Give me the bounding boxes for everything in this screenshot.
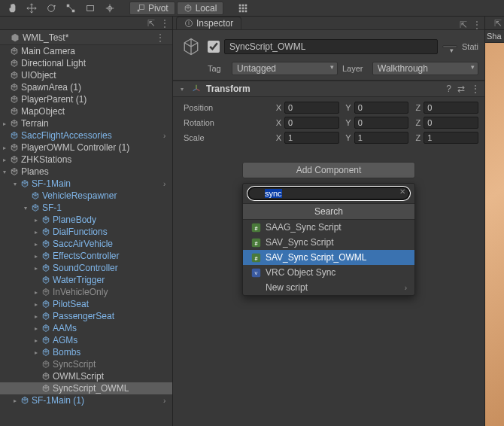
hierarchy-item[interactable]: OWMLScript [0, 370, 172, 382]
gameobject-icon[interactable] [179, 35, 203, 59]
transform-z-input[interactable] [424, 102, 478, 114]
hierarchy-item[interactable]: SaccFlightAccessories› [0, 129, 172, 141]
hierarchy-item[interactable]: SyncScript [0, 358, 172, 370]
right-dock-tab[interactable]: Sha [485, 30, 504, 43]
transform-x-input[interactable] [284, 132, 339, 144]
transform-x-input[interactable] [284, 102, 339, 114]
transform-tool-icon[interactable] [101, 2, 119, 15]
snap-tool-icon[interactable] [234, 2, 252, 15]
gameobject-active-checkbox[interactable] [208, 41, 220, 53]
hierarchy-item[interactable]: Directional Light [0, 57, 172, 69]
prefab-override-icon[interactable]: › [163, 132, 172, 140]
svg-point-0 [48, 5, 55, 11]
transform-z-input[interactable] [424, 132, 478, 144]
expand-arrow-icon[interactable]: ▸ [0, 143, 9, 152]
hierarchy-item[interactable]: ▸PlayerOWML Controller (1) [0, 141, 172, 154]
hierarchy-item[interactable]: ▸EffectsController [0, 250, 172, 262]
transform-foldout-icon[interactable]: ▾ [178, 84, 187, 93]
expand-arrow-icon[interactable]: ▸ [32, 288, 41, 297]
hierarchy-item[interactable]: ▸AGMs [0, 334, 172, 346]
rotate-tool-icon[interactable] [42, 2, 60, 15]
hierarchy-item[interactable]: Main Camera [0, 45, 172, 57]
hierarchy-item[interactable]: MapObject [0, 105, 172, 117]
hierarchy-item[interactable]: ▸ZHKStations [0, 154, 172, 166]
transform-row: PositionXYZ [179, 100, 478, 115]
transform-preset-icon[interactable]: ⇄ [457, 84, 465, 94]
expand-arrow-icon[interactable]: ▸ [0, 119, 9, 128]
hierarchy-item[interactable]: ▸DialFunctions [0, 226, 172, 238]
gameobject-icon-dropdown[interactable] [442, 45, 457, 48]
expand-arrow-icon[interactable]: ▸ [32, 239, 41, 248]
hierarchy-item[interactable]: ▸Terrain [0, 117, 172, 129]
scene-menu-icon[interactable]: ⋮ [156, 32, 169, 43]
hierarchy-item[interactable]: UIObject [0, 69, 172, 81]
hand-tool-icon[interactable] [3, 2, 21, 15]
search-results-list: #SAAG_Sync Script#SAV_Sync Script#SAV_Sy… [243, 220, 414, 295]
expand-arrow-icon[interactable]: ▾ [21, 203, 30, 212]
expand-arrow-icon[interactable]: ▾ [11, 179, 20, 188]
hierarchy-item[interactable]: ▸SF-1Main (1)› [0, 394, 172, 406]
hierarchy-item[interactable]: ▸SaccAirVehicle [0, 238, 172, 250]
layer-dropdown[interactable]: Walkthrough [372, 62, 478, 75]
expand-arrow-icon[interactable]: ▸ [32, 324, 41, 333]
tag-dropdown[interactable]: Untagged [232, 62, 338, 75]
hierarchy-item[interactable]: ▸PilotSeat [0, 298, 172, 310]
expand-arrow-icon[interactable]: ▸ [32, 336, 41, 345]
transform-help-icon[interactable]: ? [446, 84, 451, 94]
rightdock-popout-icon[interactable]: ⇱ [493, 19, 502, 28]
transform-z-input[interactable] [424, 117, 478, 129]
inspector-menu-icon[interactable]: ⋮ [472, 20, 481, 29]
hierarchy-item[interactable]: WaterTrigger [0, 274, 172, 286]
expand-arrow-icon[interactable]: ▸ [11, 396, 20, 405]
hierarchy-item[interactable]: SyncScript_OWML [0, 382, 172, 394]
hierarchy-item[interactable]: SpawnArea (1) [0, 81, 172, 93]
pivot-toggle[interactable]: Pivot [129, 2, 175, 15]
transform-x-input[interactable] [284, 117, 339, 129]
hierarchy-item[interactable]: PlayerParent (1) [0, 93, 172, 105]
hierarchy-item[interactable]: ▸InVehicleOnly [0, 286, 172, 298]
search-result-item[interactable]: #SAV_Sync Script [243, 235, 414, 250]
expand-arrow-icon[interactable]: ▾ [0, 167, 9, 176]
hierarchy-item[interactable]: ▸PlaneBody [0, 214, 172, 226]
expand-arrow-icon[interactable]: ▸ [32, 312, 41, 321]
expand-arrow-icon[interactable]: ▸ [32, 227, 41, 236]
transform-menu-icon[interactable]: ⋮ [471, 84, 480, 94]
inspector-lock-icon[interactable]: ⇱ [459, 20, 468, 29]
expand-arrow-icon[interactable]: ▸ [32, 263, 41, 272]
inspector-tab[interactable]: i Inspector [176, 17, 241, 29]
search-result-item[interactable]: #SAV_Sync Script_OWML [243, 250, 414, 265]
scene-header[interactable]: WML_Test* ⋮ [0, 30, 172, 45]
expand-arrow-icon[interactable]: ▸ [32, 215, 41, 224]
hierarchy-popout-icon[interactable]: ⇱ [147, 19, 156, 28]
expand-arrow-icon[interactable]: ▸ [32, 348, 41, 357]
add-component-button[interactable]: Add Component [242, 162, 415, 178]
hierarchy-item[interactable]: ▸Bombs [0, 346, 172, 358]
hierarchy-item[interactable]: VehicleRespawner [0, 190, 172, 202]
transform-y-input[interactable] [354, 132, 409, 144]
search-clear-icon[interactable]: ✕ [399, 187, 405, 196]
prefab-override-icon[interactable]: › [163, 180, 172, 188]
search-result-item[interactable]: #SAAG_Sync Script [243, 220, 414, 235]
rect-tool-icon[interactable] [81, 2, 99, 15]
hierarchy-item[interactable]: ▾Planes [0, 166, 172, 178]
hierarchy-item[interactable]: ▸SoundController [0, 262, 172, 274]
expand-arrow-icon[interactable]: ▸ [32, 251, 41, 260]
search-result-item[interactable]: New script› [243, 280, 414, 295]
component-search-input[interactable] [247, 187, 410, 200]
transform-component-header[interactable]: ▾ Transform ? ⇄ ⋮ [173, 81, 484, 97]
hierarchy-item[interactable]: ▸AAMs [0, 322, 172, 334]
expand-arrow-icon[interactable]: ▸ [0, 155, 9, 164]
hierarchy-menu-icon[interactable]: ⋮ [160, 19, 169, 28]
hierarchy-item[interactable]: ▾SF-1 [0, 202, 172, 214]
expand-arrow-icon[interactable]: ▸ [32, 300, 41, 309]
transform-y-input[interactable] [354, 102, 409, 114]
gameobject-name-input[interactable] [224, 39, 438, 54]
hierarchy-item[interactable]: ▾SF-1Main› [0, 178, 172, 190]
scale-tool-icon[interactable] [62, 2, 80, 15]
search-result-item[interactable]: VVRC Object Sync [243, 265, 414, 280]
hierarchy-item[interactable]: ▸PassengerSeat [0, 310, 172, 322]
transform-y-input[interactable] [354, 117, 409, 129]
prefab-override-icon[interactable]: › [163, 397, 172, 405]
move-tool-icon[interactable] [23, 2, 41, 15]
local-toggle[interactable]: Local [177, 2, 224, 15]
